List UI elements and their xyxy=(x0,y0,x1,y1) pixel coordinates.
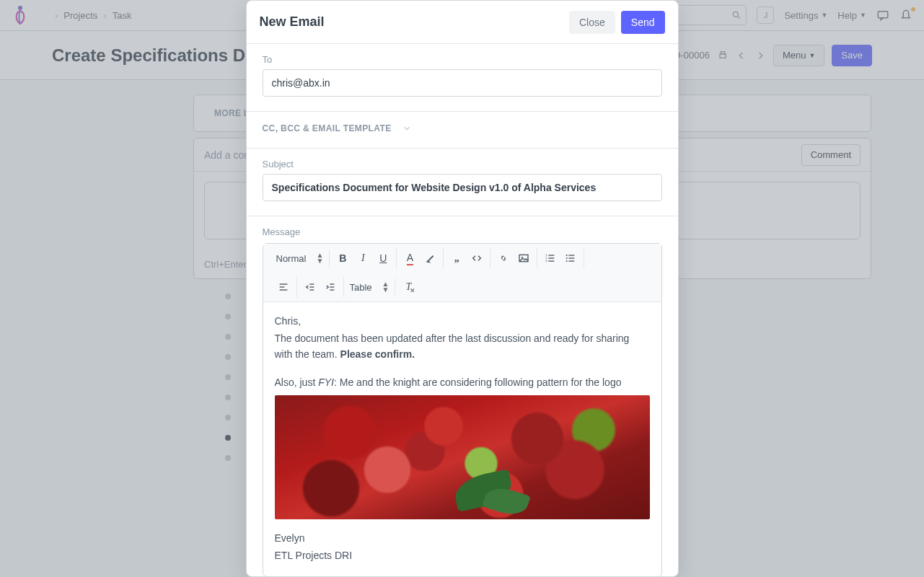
svg-point-16 xyxy=(566,260,568,262)
signature-name: Evelyn xyxy=(275,531,650,547)
highlight-icon[interactable] xyxy=(423,251,437,265)
new-email-modal: New Email Close Send To CC, BCC & EMAIL … xyxy=(246,0,679,577)
body-greeting: Chris, xyxy=(275,314,650,330)
body-line2: Also, just FYI: Me and the knight are co… xyxy=(275,375,650,391)
ordered-list-icon[interactable]: 123 xyxy=(543,251,558,265)
svg-point-14 xyxy=(566,255,568,256)
message-label: Message xyxy=(263,226,662,237)
text-color-icon[interactable]: A xyxy=(402,251,417,265)
send-button[interactable]: Send xyxy=(621,11,665,34)
image-icon[interactable] xyxy=(516,251,531,265)
sort-icon: ▲▼ xyxy=(316,252,323,264)
chevron-down-icon xyxy=(402,123,412,133)
body-line1: The document has been updated after the … xyxy=(275,331,650,362)
blockquote-icon[interactable]: „ xyxy=(449,251,464,265)
code-icon[interactable] xyxy=(470,251,484,265)
underline-icon[interactable]: U xyxy=(376,251,390,265)
unordered-list-icon[interactable] xyxy=(563,251,578,265)
message-editor[interactable]: Chris, The document has been updated aft… xyxy=(263,302,661,576)
to-input[interactable] xyxy=(263,69,662,97)
align-left-icon[interactable] xyxy=(276,280,291,294)
close-button[interactable]: Close xyxy=(569,11,615,34)
cc-bcc-toggle[interactable]: CC, BCC & EMAIL TEMPLATE xyxy=(247,112,678,133)
sort-icon: ▲▼ xyxy=(382,281,390,293)
embedded-image xyxy=(275,395,650,519)
table-select[interactable]: Table▲▼ xyxy=(350,281,390,293)
signature-title: ETL Projects DRI xyxy=(275,548,650,564)
format-select[interactable]: Normal▲▼ xyxy=(276,252,324,264)
bold-icon[interactable]: B xyxy=(335,251,350,265)
svg-text:3: 3 xyxy=(546,260,548,263)
outdent-icon[interactable] xyxy=(303,280,317,294)
subject-label: Subject xyxy=(263,159,662,169)
editor-toolbar: Normal▲▼ B I U A „ xyxy=(263,244,661,302)
link-icon[interactable] xyxy=(496,251,511,265)
italic-icon[interactable]: I xyxy=(356,251,370,265)
svg-point-15 xyxy=(566,257,568,259)
modal-title: New Email xyxy=(260,14,325,30)
clear-format-icon[interactable]: T✕ xyxy=(401,280,415,294)
subject-input[interactable] xyxy=(263,174,662,201)
indent-icon[interactable] xyxy=(323,280,338,294)
to-label: To xyxy=(263,54,662,65)
